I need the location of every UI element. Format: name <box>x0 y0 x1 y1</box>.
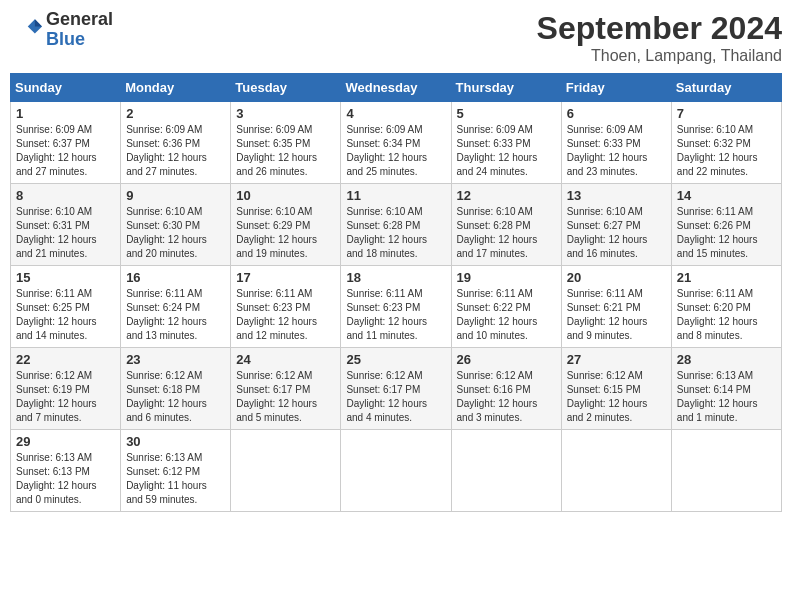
sunset-label: Sunset: 6:13 PM <box>16 466 90 477</box>
sunset-label: Sunset: 6:24 PM <box>126 302 200 313</box>
sunrise-label: Sunrise: 6:09 AM <box>346 124 422 135</box>
day-info: Sunrise: 6:11 AM Sunset: 6:26 PM Dayligh… <box>677 205 776 261</box>
sunrise-label: Sunrise: 6:11 AM <box>236 288 312 299</box>
day-info: Sunrise: 6:11 AM Sunset: 6:23 PM Dayligh… <box>236 287 335 343</box>
calendar-cell: 6 Sunrise: 6:09 AM Sunset: 6:33 PM Dayli… <box>561 102 671 184</box>
sunrise-label: Sunrise: 6:12 AM <box>567 370 643 381</box>
day-number: 25 <box>346 352 445 367</box>
day-info: Sunrise: 6:11 AM Sunset: 6:21 PM Dayligh… <box>567 287 666 343</box>
daylight-label: Daylight: 11 hours and 59 minutes. <box>126 480 207 505</box>
calendar-cell: 23 Sunrise: 6:12 AM Sunset: 6:18 PM Dayl… <box>121 348 231 430</box>
sunset-label: Sunset: 6:18 PM <box>126 384 200 395</box>
sunrise-label: Sunrise: 6:12 AM <box>126 370 202 381</box>
day-info: Sunrise: 6:10 AM Sunset: 6:31 PM Dayligh… <box>16 205 115 261</box>
calendar-cell <box>561 430 671 512</box>
sunset-label: Sunset: 6:28 PM <box>346 220 420 231</box>
month-year-title: September 2024 <box>537 10 782 47</box>
day-info: Sunrise: 6:10 AM Sunset: 6:27 PM Dayligh… <box>567 205 666 261</box>
day-number: 28 <box>677 352 776 367</box>
calendar-cell: 21 Sunrise: 6:11 AM Sunset: 6:20 PM Dayl… <box>671 266 781 348</box>
day-number: 3 <box>236 106 335 121</box>
day-info: Sunrise: 6:11 AM Sunset: 6:20 PM Dayligh… <box>677 287 776 343</box>
day-number: 17 <box>236 270 335 285</box>
sunset-label: Sunset: 6:15 PM <box>567 384 641 395</box>
calendar-cell: 7 Sunrise: 6:10 AM Sunset: 6:32 PM Dayli… <box>671 102 781 184</box>
day-info: Sunrise: 6:10 AM Sunset: 6:28 PM Dayligh… <box>457 205 556 261</box>
daylight-label: Daylight: 12 hours and 15 minutes. <box>677 234 758 259</box>
calendar-cell: 19 Sunrise: 6:11 AM Sunset: 6:22 PM Dayl… <box>451 266 561 348</box>
weekday-header-sunday: Sunday <box>11 74 121 102</box>
day-number: 27 <box>567 352 666 367</box>
day-info: Sunrise: 6:13 AM Sunset: 6:14 PM Dayligh… <box>677 369 776 425</box>
calendar-cell: 10 Sunrise: 6:10 AM Sunset: 6:29 PM Dayl… <box>231 184 341 266</box>
sunrise-label: Sunrise: 6:11 AM <box>677 206 753 217</box>
sunset-label: Sunset: 6:19 PM <box>16 384 90 395</box>
sunset-label: Sunset: 6:35 PM <box>236 138 310 149</box>
sunrise-label: Sunrise: 6:09 AM <box>236 124 312 135</box>
calendar-week-row: 15 Sunrise: 6:11 AM Sunset: 6:25 PM Dayl… <box>11 266 782 348</box>
daylight-label: Daylight: 12 hours and 10 minutes. <box>457 316 538 341</box>
day-info: Sunrise: 6:09 AM Sunset: 6:37 PM Dayligh… <box>16 123 115 179</box>
logo-icon <box>10 14 42 46</box>
day-info: Sunrise: 6:10 AM Sunset: 6:30 PM Dayligh… <box>126 205 225 261</box>
daylight-label: Daylight: 12 hours and 24 minutes. <box>457 152 538 177</box>
daylight-label: Daylight: 12 hours and 20 minutes. <box>126 234 207 259</box>
calendar-cell: 11 Sunrise: 6:10 AM Sunset: 6:28 PM Dayl… <box>341 184 451 266</box>
day-number: 11 <box>346 188 445 203</box>
day-number: 23 <box>126 352 225 367</box>
weekday-header-thursday: Thursday <box>451 74 561 102</box>
title-block: September 2024 Thoen, Lampang, Thailand <box>537 10 782 65</box>
day-number: 5 <box>457 106 556 121</box>
day-number: 26 <box>457 352 556 367</box>
day-number: 24 <box>236 352 335 367</box>
sunset-label: Sunset: 6:17 PM <box>236 384 310 395</box>
daylight-label: Daylight: 12 hours and 7 minutes. <box>16 398 97 423</box>
svg-marker-1 <box>35 19 42 26</box>
sunrise-label: Sunrise: 6:10 AM <box>457 206 533 217</box>
sunrise-label: Sunrise: 6:10 AM <box>567 206 643 217</box>
day-number: 29 <box>16 434 115 449</box>
location-subtitle: Thoen, Lampang, Thailand <box>537 47 782 65</box>
sunset-label: Sunset: 6:25 PM <box>16 302 90 313</box>
calendar-cell: 18 Sunrise: 6:11 AM Sunset: 6:23 PM Dayl… <box>341 266 451 348</box>
logo-blue: Blue <box>46 29 85 49</box>
day-number: 22 <box>16 352 115 367</box>
sunrise-label: Sunrise: 6:11 AM <box>126 288 202 299</box>
daylight-label: Daylight: 12 hours and 0 minutes. <box>16 480 97 505</box>
daylight-label: Daylight: 12 hours and 4 minutes. <box>346 398 427 423</box>
sunset-label: Sunset: 6:23 PM <box>236 302 310 313</box>
daylight-label: Daylight: 12 hours and 18 minutes. <box>346 234 427 259</box>
calendar-cell: 28 Sunrise: 6:13 AM Sunset: 6:14 PM Dayl… <box>671 348 781 430</box>
daylight-label: Daylight: 12 hours and 27 minutes. <box>16 152 97 177</box>
day-number: 9 <box>126 188 225 203</box>
day-info: Sunrise: 6:13 AM Sunset: 6:13 PM Dayligh… <box>16 451 115 507</box>
weekday-header-saturday: Saturday <box>671 74 781 102</box>
sunrise-label: Sunrise: 6:13 AM <box>126 452 202 463</box>
day-info: Sunrise: 6:12 AM Sunset: 6:18 PM Dayligh… <box>126 369 225 425</box>
daylight-label: Daylight: 12 hours and 9 minutes. <box>567 316 648 341</box>
sunset-label: Sunset: 6:32 PM <box>677 138 751 149</box>
calendar-cell: 15 Sunrise: 6:11 AM Sunset: 6:25 PM Dayl… <box>11 266 121 348</box>
calendar-cell: 2 Sunrise: 6:09 AM Sunset: 6:36 PM Dayli… <box>121 102 231 184</box>
calendar-cell: 3 Sunrise: 6:09 AM Sunset: 6:35 PM Dayli… <box>231 102 341 184</box>
sunset-label: Sunset: 6:20 PM <box>677 302 751 313</box>
day-info: Sunrise: 6:10 AM Sunset: 6:28 PM Dayligh… <box>346 205 445 261</box>
day-info: Sunrise: 6:13 AM Sunset: 6:12 PM Dayligh… <box>126 451 225 507</box>
logo-general: General <box>46 9 113 29</box>
calendar-cell <box>671 430 781 512</box>
sunset-label: Sunset: 6:21 PM <box>567 302 641 313</box>
calendar-week-row: 29 Sunrise: 6:13 AM Sunset: 6:13 PM Dayl… <box>11 430 782 512</box>
calendar-cell: 25 Sunrise: 6:12 AM Sunset: 6:17 PM Dayl… <box>341 348 451 430</box>
day-number: 12 <box>457 188 556 203</box>
day-info: Sunrise: 6:09 AM Sunset: 6:36 PM Dayligh… <box>126 123 225 179</box>
day-info: Sunrise: 6:12 AM Sunset: 6:17 PM Dayligh… <box>346 369 445 425</box>
sunset-label: Sunset: 6:16 PM <box>457 384 531 395</box>
day-number: 14 <box>677 188 776 203</box>
day-info: Sunrise: 6:11 AM Sunset: 6:23 PM Dayligh… <box>346 287 445 343</box>
day-number: 13 <box>567 188 666 203</box>
sunrise-label: Sunrise: 6:13 AM <box>677 370 753 381</box>
calendar-week-row: 22 Sunrise: 6:12 AM Sunset: 6:19 PM Dayl… <box>11 348 782 430</box>
day-info: Sunrise: 6:10 AM Sunset: 6:29 PM Dayligh… <box>236 205 335 261</box>
daylight-label: Daylight: 12 hours and 2 minutes. <box>567 398 648 423</box>
day-info: Sunrise: 6:09 AM Sunset: 6:33 PM Dayligh… <box>457 123 556 179</box>
